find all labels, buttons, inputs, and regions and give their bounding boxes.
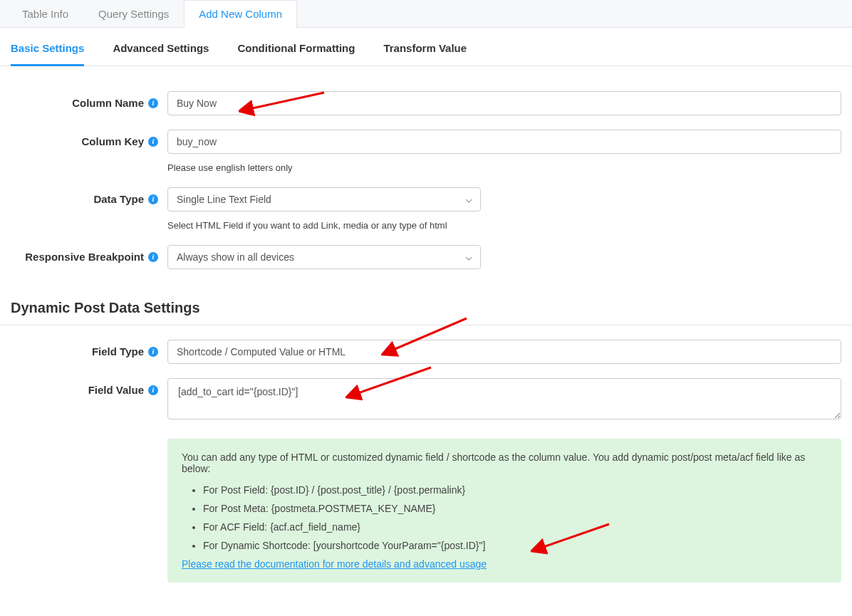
info-box-list: For Post Field: {post.ID} / {post.post_t…	[182, 484, 827, 551]
label-data-type-text: Data Type	[93, 193, 144, 205]
column-key-input[interactable]	[167, 130, 841, 154]
label-field-type-text: Field Type	[92, 345, 144, 357]
tab-table-info[interactable]: Table Info	[7, 0, 83, 27]
field-value-textarea[interactable]: [add_to_cart id="{post.ID}"]	[167, 378, 841, 419]
info-icon[interactable]: i	[148, 194, 158, 204]
info-box-item: For Post Field: {post.ID} / {post.post_t…	[203, 484, 827, 496]
label-column-key-text: Column Key	[81, 135, 144, 147]
column-key-help: Please use english letters only	[167, 162, 841, 173]
label-field-value: Field Value i	[11, 378, 164, 396]
field-type-select[interactable]: Shortcode / Computed Value or HTML	[167, 340, 841, 364]
info-icon[interactable]: i	[148, 385, 158, 395]
label-responsive-breakpoint: Responsive Breakpoint i	[11, 245, 164, 263]
subtab-conditional-formatting[interactable]: Conditional Formatting	[237, 42, 355, 66]
label-column-name: Column Name i	[11, 91, 164, 109]
info-icon[interactable]: i	[148, 137, 158, 147]
subtab-basic-settings[interactable]: Basic Settings	[11, 42, 84, 66]
info-icon[interactable]: i	[148, 98, 158, 108]
label-responsive-breakpoint-text: Responsive Breakpoint	[25, 251, 144, 263]
data-type-select[interactable]: Single Line Text Field	[167, 187, 481, 212]
column-name-input[interactable]	[167, 91, 841, 115]
documentation-link[interactable]: Please read the documentation for more d…	[182, 558, 487, 570]
subtab-advanced-settings[interactable]: Advanced Settings	[113, 42, 209, 66]
label-field-type: Field Type i	[11, 340, 164, 357]
top-tabs: Table Info Query Settings Add New Column	[0, 0, 852, 28]
section-heading-dynamic-post-data: Dynamic Post Data Settings	[0, 280, 852, 325]
info-box-item: For Post Meta: {postmeta.POSTMETA_KEY_NA…	[203, 503, 827, 514]
tab-add-new-column[interactable]: Add New Column	[184, 0, 297, 28]
info-box-intro: You can add any type of HTML or customiz…	[182, 451, 827, 474]
info-box: You can add any type of HTML or customiz…	[167, 439, 841, 583]
responsive-breakpoint-select[interactable]: Always show in all devices	[167, 245, 481, 269]
sub-tabs: Basic Settings Advanced Settings Conditi…	[0, 28, 852, 66]
subtab-transform-value[interactable]: Transform Value	[383, 42, 467, 66]
label-column-key: Column Key i	[11, 130, 164, 147]
label-field-value-text: Field Value	[88, 384, 144, 396]
label-data-type: Data Type i	[11, 187, 164, 205]
info-box-item: For Dynamic Shortcode: [yourshortcode Yo…	[203, 540, 827, 551]
info-icon[interactable]: i	[148, 347, 158, 357]
data-type-help: Select HTML Field if you want to add Lin…	[167, 220, 841, 231]
info-icon[interactable]: i	[148, 252, 158, 262]
info-box-item: For ACF Field: {acf.acf_field_name}	[203, 521, 827, 533]
tab-query-settings[interactable]: Query Settings	[83, 0, 184, 27]
label-column-name-text: Column Name	[72, 97, 144, 109]
